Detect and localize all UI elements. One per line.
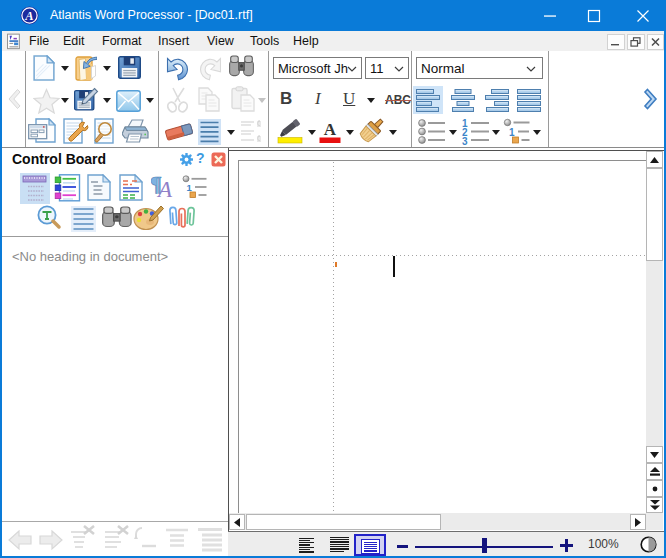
paste-dropdown[interactable] xyxy=(258,98,266,103)
paragraph-marks-icon[interactable] xyxy=(198,119,221,145)
menu-tools[interactable]: Tools xyxy=(250,31,279,51)
minimize-button[interactable] xyxy=(538,0,562,31)
previous-page-button[interactable] xyxy=(646,463,663,480)
draft-view-button[interactable] xyxy=(299,537,315,553)
email-dropdown[interactable] xyxy=(146,98,154,103)
close-panel-icon[interactable] xyxy=(211,152,226,167)
doc-restore-button[interactable] xyxy=(627,34,645,50)
scroll-left-button[interactable] xyxy=(229,514,245,530)
scroll-up-button[interactable] xyxy=(646,151,663,168)
font-color-icon[interactable]: A xyxy=(318,118,342,145)
lists-pane-icon[interactable]: 1 xyxy=(182,175,208,199)
demote-heading-icon[interactable] xyxy=(134,526,158,552)
format-painter-icon[interactable] xyxy=(357,117,385,145)
align-right-button[interactable] xyxy=(482,86,512,114)
scroll-right-button[interactable] xyxy=(630,514,646,530)
open-icon[interactable] xyxy=(73,55,97,81)
bullets-icon[interactable] xyxy=(417,118,447,145)
saveas-dropdown[interactable] xyxy=(103,98,111,103)
document-canvas[interactable] xyxy=(229,151,646,513)
menu-edit[interactable]: Edit xyxy=(63,31,85,51)
align-left-button[interactable] xyxy=(413,86,443,114)
search-pane-icon[interactable] xyxy=(102,206,133,232)
copy-icon[interactable] xyxy=(198,87,223,113)
close-button[interactable] xyxy=(631,0,655,31)
highlighter-dropdown[interactable] xyxy=(308,130,316,135)
bold-button[interactable]: B xyxy=(280,89,292,109)
toc-pane-icon[interactable] xyxy=(87,174,111,201)
style-combo[interactable]: Normal xyxy=(416,57,543,79)
find-icon[interactable] xyxy=(229,54,254,81)
typography-pane-icon[interactable]: ¶ A xyxy=(151,173,175,199)
remove-all-headings-icon[interactable] xyxy=(103,525,130,553)
save-icon[interactable] xyxy=(118,56,141,79)
horizontal-scrollbar-thumb[interactable] xyxy=(246,514,441,530)
gear-icon[interactable] xyxy=(180,153,193,166)
menu-insert[interactable]: Insert xyxy=(158,31,189,51)
attachments-pane-icon[interactable] xyxy=(168,205,195,232)
numbering-dropdown[interactable] xyxy=(492,130,500,135)
rtf-document-icon[interactable] xyxy=(7,33,21,50)
strikethrough-button[interactable]: ABC xyxy=(385,93,411,107)
zoom-out-button[interactable] xyxy=(397,545,408,548)
multilevel-dropdown[interactable] xyxy=(533,130,541,135)
fields-pane-icon[interactable] xyxy=(119,174,143,201)
menu-help[interactable]: Help xyxy=(293,31,319,51)
favorites-dropdown[interactable] xyxy=(61,98,69,103)
doc-close-button[interactable] xyxy=(647,34,664,50)
save-as-icon[interactable] xyxy=(74,87,99,113)
highlighter-icon[interactable] xyxy=(275,119,305,145)
colors-pane-icon[interactable] xyxy=(133,204,164,233)
special-symbols-icon[interactable] xyxy=(240,119,262,145)
underline-dropdown[interactable] xyxy=(367,98,375,103)
browse-object-button[interactable] xyxy=(646,480,663,497)
justify-button[interactable] xyxy=(514,86,544,114)
bullets-dropdown[interactable] xyxy=(449,130,457,135)
help-icon[interactable]: ? xyxy=(196,150,210,166)
italic-button[interactable]: I xyxy=(315,89,321,109)
redo-icon[interactable] xyxy=(197,55,224,82)
online-view-button[interactable] xyxy=(330,536,350,553)
paragraph-pane-icon[interactable] xyxy=(71,206,96,232)
menu-file[interactable]: File xyxy=(29,31,49,51)
forward-arrow-icon[interactable] xyxy=(38,528,64,552)
remove-heading-icon[interactable] xyxy=(69,525,96,553)
menu-view[interactable]: View xyxy=(207,31,234,51)
next-page-button[interactable] xyxy=(646,497,663,513)
zoom-find-icon[interactable] xyxy=(35,205,65,232)
cut-icon[interactable] xyxy=(165,86,192,114)
font-name-combo[interactable]: Microsoft Jh xyxy=(273,57,362,79)
maximize-button[interactable] xyxy=(582,0,606,31)
menu-format[interactable]: Format xyxy=(102,31,142,51)
toolbar-expand-right-button[interactable] xyxy=(643,87,661,111)
align-center-button[interactable] xyxy=(448,86,478,114)
scroll-down-button[interactable] xyxy=(646,446,663,463)
undo-icon[interactable] xyxy=(164,55,191,82)
styles-pane-icon[interactable] xyxy=(54,174,81,202)
font-color-dropdown[interactable] xyxy=(346,130,354,135)
email-icon[interactable] xyxy=(116,90,141,112)
format-painter-dropdown[interactable] xyxy=(389,130,397,135)
print-icon[interactable] xyxy=(122,118,150,145)
vertical-scrollbar-thumb[interactable] xyxy=(646,168,663,261)
heading-list-icon[interactable] xyxy=(164,526,190,552)
new-document-icon[interactable] xyxy=(33,55,55,81)
eraser-icon[interactable] xyxy=(164,120,194,144)
doc-minimize-button[interactable] xyxy=(607,34,625,50)
save-copies-icon[interactable] xyxy=(28,118,56,145)
heading-levels-icon[interactable] xyxy=(196,526,224,552)
back-arrow-icon[interactable] xyxy=(7,528,33,552)
toolbar-collapse-left-button[interactable] xyxy=(5,87,21,111)
numbering-icon[interactable]: 1 2 3 xyxy=(461,118,490,145)
contrast-circle-icon[interactable] xyxy=(640,536,657,553)
paragraph-marks-dropdown[interactable] xyxy=(227,130,235,135)
document-options-icon[interactable] xyxy=(63,118,89,145)
open-dropdown[interactable] xyxy=(103,66,111,71)
font-size-combo[interactable]: 11 xyxy=(365,57,409,79)
zoom-in-button[interactable] xyxy=(560,539,573,552)
new-dropdown[interactable] xyxy=(61,66,69,71)
page-layout-view-button[interactable] xyxy=(354,534,386,556)
multilevel-list-icon[interactable]: 1 xyxy=(503,118,532,145)
star-icon[interactable] xyxy=(33,88,60,114)
tab-headings-selected[interactable] xyxy=(20,173,50,204)
